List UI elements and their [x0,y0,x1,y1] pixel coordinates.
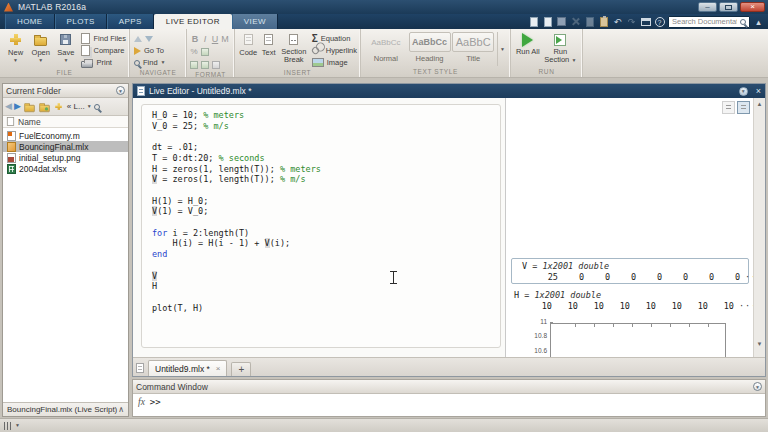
code-lines[interactable]: H_0 = 10; % metersV_0 = 25; % m/s dt = .… [141,104,501,348]
code-line[interactable]: end [152,249,500,260]
help-icon[interactable]: ? [654,16,665,28]
format-option-icon[interactable] [201,61,209,69]
save-icon[interactable] [556,16,567,28]
breadcrumb-dropdown-icon[interactable]: ▼ [87,104,92,109]
expand-details-icon[interactable]: ∧ [118,405,124,414]
format-option-icon[interactable] [201,48,209,56]
code-line[interactable]: plot(T, H) [152,303,500,314]
panel-menu-icon[interactable]: ▼ [116,86,125,95]
document-tab-untitled9[interactable]: Untitled9.mlx * × [148,360,227,376]
editor-scrollbar[interactable]: ▲ ▼ [753,98,765,357]
minimize-button[interactable]: – [698,2,717,12]
inline-output-toggle-icon[interactable] [722,101,735,114]
back-icon[interactable]: ◀ [5,102,12,111]
minimize-ribbon-icon[interactable]: ▴ [753,16,764,28]
document-menu-icon[interactable]: ▼ [739,87,748,96]
tab-plots[interactable]: PLOTS [55,14,107,29]
name-column-header[interactable]: Name [3,116,128,128]
restore-button[interactable] [719,2,738,12]
output-h-block[interactable]: H = 1x2001 double [514,290,601,300]
code-line[interactable]: for i = 2:length(T) [152,228,500,239]
file-row-selected[interactable]: BouncingFinal.mlx [3,141,128,152]
output-v-block[interactable]: V = 1x2001 double 250000000··· [511,258,749,284]
code-line[interactable] [152,185,500,196]
format-option-icon[interactable] [212,61,220,69]
close-button[interactable]: × [740,2,765,12]
file-row[interactable]: initial_setup.png [3,152,128,163]
tab-live-editor[interactable]: LIVE EDITOR [154,14,232,29]
code-line[interactable]: T = 0:dt:20; % seconds [152,153,500,164]
scroll-down-icon[interactable]: ▼ [754,341,765,347]
style-heading-button[interactable]: AaBbCc Heading [408,32,452,63]
insert-text-button[interactable]: Text [258,32,278,57]
output-plot[interactable] [550,323,726,357]
panel-menu-icon[interactable]: ▼ [753,382,762,391]
find-button[interactable]: Find▼ [134,57,166,68]
status-dropdown-icon[interactable]: ▼ [15,423,20,428]
code-line[interactable]: H_0 = 10; % meters [152,110,500,121]
comment-button[interactable]: % [190,47,198,57]
copy-icon[interactable] [584,16,595,28]
cut-icon[interactable] [570,16,581,28]
code-line[interactable]: H [152,281,500,292]
new-script-icon[interactable] [528,16,539,28]
insert-code-button[interactable]: Code [238,32,258,57]
search-input[interactable] [668,16,750,28]
desktop-layout-icon[interactable] [640,16,651,28]
style-normal-button[interactable]: AaBbCc Normal [364,32,408,63]
open-button[interactable]: Open▼ [28,32,53,63]
tab-view[interactable]: VIEW [232,14,278,29]
up-one-level-icon[interactable] [24,104,34,111]
undo-icon[interactable]: ↶ [612,16,623,28]
insert-hyperlink-button[interactable]: Hyperlink [312,45,357,56]
tab-close-icon[interactable]: × [216,364,221,373]
breadcrumb[interactable]: « L... [67,102,85,111]
find-files-button[interactable]: Find Files [81,33,126,44]
code-line[interactable]: H(i) = H(i - 1) + V(i); [152,238,500,249]
redo-icon[interactable]: ↷ [626,16,637,28]
run-all-button[interactable]: Run All [514,32,542,56]
code-line[interactable]: V [152,271,500,282]
file-row[interactable]: FuelEconomy.m [3,130,128,141]
print-button[interactable]: Print [81,57,126,68]
new-button[interactable]: New▼ [3,32,28,63]
search-icon[interactable] [740,19,746,25]
code-line[interactable]: dt = .01; [152,142,500,153]
output-on-right-toggle-icon[interactable] [737,101,750,114]
forward-icon[interactable]: ▶ [14,102,21,111]
code-line[interactable]: V(1) = V_0; [152,206,500,217]
navigate-arrows[interactable] [134,33,166,44]
code-line[interactable] [152,217,500,228]
tab-apps[interactable]: APPS [107,14,154,29]
monospace-button[interactable]: M [220,34,230,44]
compare-button[interactable]: Compare [81,45,126,56]
file-row[interactable]: 2004dat.xlsx [3,163,128,174]
style-title-button[interactable]: AaBbC Title [451,32,495,63]
italic-button[interactable]: I [200,34,210,44]
bold-button[interactable]: B [190,34,200,44]
code-line[interactable]: H = zeros(1, length(T)); % meters [152,164,500,175]
code-line[interactable] [152,292,500,303]
code-line[interactable]: H(1) = H_0; [152,196,500,207]
format-option-icon[interactable] [190,61,198,69]
insert-section-break-button[interactable]: Section Break [279,32,309,64]
code-line[interactable]: V_0 = 25; % m/s [152,121,500,132]
scroll-up-icon[interactable]: ▲ [754,101,765,107]
code-line[interactable] [152,260,500,271]
folder-search-icon[interactable] [94,104,100,110]
browse-folder-icon[interactable] [39,104,49,111]
code-line[interactable] [152,131,500,142]
save-button[interactable]: Save▼ [53,32,78,63]
command-window-body[interactable]: fx >> [133,394,765,416]
run-section-button[interactable]: Run Section ▼ [542,32,579,64]
code-line[interactable]: V = zeros(1, length(T)); % m/s [152,174,500,185]
new-folder-icon[interactable] [55,103,62,110]
tab-home[interactable]: HOME [5,14,55,29]
go-to-button[interactable]: Go To [134,45,166,56]
file-details-bar[interactable]: BouncingFinal.mlx (Live Script) ∧ [3,402,128,416]
style-gallery-dropdown[interactable]: ▼ [497,32,507,66]
document-close-icon[interactable]: × [756,86,761,96]
insert-image-button[interactable]: Image [312,57,357,68]
underline-button[interactable]: U [210,34,220,44]
status-bars-icon[interactable] [4,422,13,430]
